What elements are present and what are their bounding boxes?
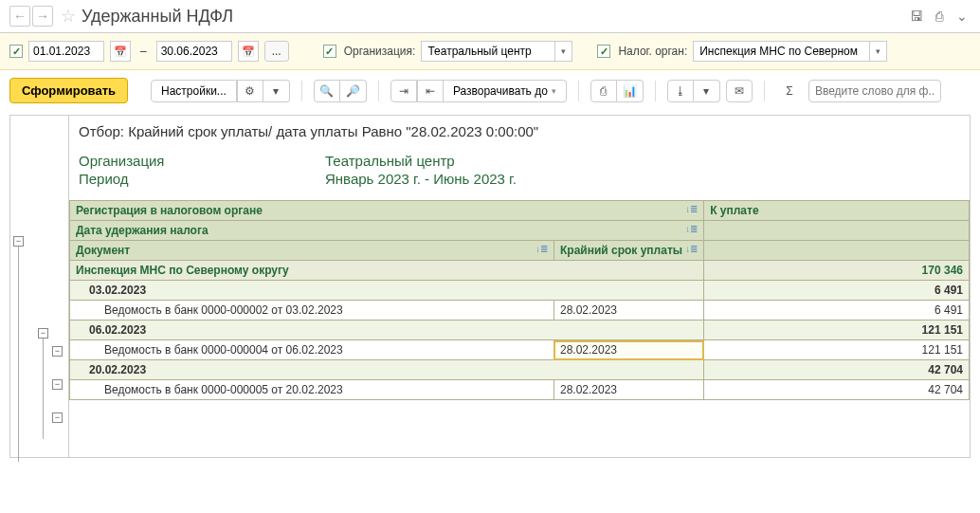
favorite-star-icon[interactable]: ☆: [61, 6, 76, 27]
date-to-picker-icon[interactable]: 📅: [238, 41, 259, 62]
doc-name-cell[interactable]: Ведомость в банк 0000-000004 от 06.02.20…: [70, 340, 554, 360]
titlebar: ← → ☆ Удержанный НДФЛ 🖫 ⎙ ⌄: [0, 0, 980, 33]
date-from-input[interactable]: [28, 41, 104, 62]
save-dropdown-icon[interactable]: ▾: [694, 80, 720, 102]
collapse-group-button[interactable]: −: [38, 328, 48, 339]
header-deadline[interactable]: Крайний срок уплаты↓≣: [554, 241, 703, 261]
table-row-date: 06.02.2023 121 151: [70, 321, 970, 340]
org-checkbox[interactable]: ✓: [323, 45, 336, 58]
sort-icon: ↓≣: [685, 224, 698, 234]
report-header: Отбор: Крайний срок уплаты/ дата уплаты …: [69, 116, 970, 200]
table-row-date: 03.02.2023 6 491: [70, 281, 970, 301]
header-document[interactable]: Документ↓≣: [70, 241, 554, 261]
org-info-value: Театральный центр: [325, 153, 455, 169]
generate-button[interactable]: Сформировать: [9, 78, 128, 103]
find-button[interactable]: 🔍: [314, 80, 340, 102]
page-title: Удержанный НДФЛ: [82, 7, 233, 27]
period-info-label: Период: [79, 171, 325, 187]
tax-checkbox[interactable]: ✓: [597, 45, 610, 58]
date-cell[interactable]: 06.02.2023: [70, 321, 704, 340]
settings-dropdown-icon[interactable]: ▾: [263, 80, 290, 102]
doc-deadline-cell-selected[interactable]: 28.02.2023: [554, 340, 703, 360]
date-to-input[interactable]: [156, 41, 232, 62]
toolbar: Сформировать Настройки... ⚙ ▾ 🔍 🔎 ⇥ ⇤ Ра…: [0, 70, 980, 111]
collapse-main-button[interactable]: −: [13, 236, 24, 247]
search-input[interactable]: [808, 80, 941, 102]
header-registration[interactable]: Регистрация в налоговом органе↓≣: [70, 201, 704, 221]
tax-label: Налог. орган:: [618, 45, 687, 58]
table-row-document: Ведомость в банк 0000-000005 от 20.02.20…: [70, 380, 970, 400]
sum-icon[interactable]: Σ: [776, 80, 803, 102]
org-input[interactable]: [422, 42, 554, 61]
filter-bar: ✓ 📅 – 📅 ... ✓ Организация: ▾ ✓ Налог. ор…: [0, 33, 980, 70]
collapse-date1-button[interactable]: −: [52, 346, 63, 357]
total-value-cell[interactable]: 170 346: [704, 261, 970, 281]
find-next-button[interactable]: 🔎: [340, 80, 367, 102]
doc-value-cell[interactable]: 42 704: [704, 380, 970, 400]
report-table: Регистрация в налоговом органе↓≣ К уплат…: [69, 200, 970, 400]
tax-input[interactable]: [694, 42, 869, 61]
doc-value-cell[interactable]: 6 491: [704, 301, 970, 321]
total-name-cell[interactable]: Инспекция МНС по Северному округу: [70, 261, 704, 281]
expand-to-button[interactable]: Разворачивать до ▾: [444, 80, 567, 102]
tree-gutter: − − − − −: [10, 116, 69, 457]
header-date-hold[interactable]: Дата удержания налога↓≣: [70, 221, 704, 241]
save-icon[interactable]: 🖫: [908, 8, 925, 25]
print-icon[interactable]: ⎙: [931, 8, 948, 25]
date-cell[interactable]: 03.02.2023: [70, 281, 704, 301]
tax-select[interactable]: ▾: [693, 41, 887, 62]
tax-dropdown-icon[interactable]: ▾: [869, 42, 886, 61]
collapse-date2-button[interactable]: −: [52, 379, 63, 390]
expand-all-icon[interactable]: ⇥: [390, 80, 417, 102]
date-value-cell[interactable]: 121 151: [704, 321, 970, 340]
nav-forward-button[interactable]: →: [32, 6, 53, 27]
table-row-document: Ведомость в банк 0000-000004 от 06.02.20…: [70, 340, 970, 360]
period-checkbox[interactable]: ✓: [9, 45, 23, 58]
settings-gear-icon[interactable]: ⚙: [237, 80, 263, 102]
date-from-picker-icon[interactable]: 📅: [110, 41, 131, 62]
sort-icon: ↓≣: [535, 244, 548, 254]
mail-button[interactable]: ✉: [726, 80, 753, 102]
sort-icon: ↓≣: [685, 204, 698, 214]
header-k-uplate[interactable]: К уплате: [704, 201, 970, 221]
doc-name-cell[interactable]: Ведомость в банк 0000-000005 от 20.02.20…: [70, 380, 554, 400]
doc-deadline-cell[interactable]: 28.02.2023: [554, 380, 703, 400]
print-button[interactable]: ⎙: [590, 80, 617, 102]
settings-button[interactable]: Настройки...: [151, 80, 237, 102]
date-value-cell[interactable]: 42 704: [704, 360, 970, 380]
collapse-date3-button[interactable]: −: [52, 412, 63, 423]
org-label: Организация:: [344, 45, 416, 58]
sort-icon: ↓≣: [685, 244, 698, 254]
doc-name-cell[interactable]: Ведомость в банк 0000-000002 от 03.02.20…: [70, 301, 554, 321]
date-dash: –: [140, 45, 147, 58]
date-value-cell[interactable]: 6 491: [704, 281, 970, 301]
more-icon[interactable]: ⌄: [953, 8, 971, 25]
collapse-all-icon[interactable]: ⇤: [417, 80, 444, 102]
period-info-value: Январь 2023 г. - Июнь 2023 г.: [325, 171, 517, 187]
org-dropdown-icon[interactable]: ▾: [554, 42, 572, 61]
header-empty2: [704, 241, 970, 261]
save-button[interactable]: ⭳: [667, 80, 694, 102]
table-row-total: Инспекция МНС по Северному округу 170 34…: [70, 261, 970, 281]
date-cell[interactable]: 20.02.2023: [70, 360, 704, 380]
table-row-document: Ведомость в банк 0000-000002 от 03.02.20…: [70, 301, 970, 321]
filter-description: Отбор: Крайний срок уплаты/ дата уплаты …: [79, 123, 960, 139]
report-area: − − − − − Отбор: Крайний срок уплаты/ да…: [9, 115, 971, 458]
header-empty: [704, 221, 970, 241]
table-row-date: 20.02.2023 42 704: [70, 360, 970, 380]
org-select[interactable]: ▾: [421, 41, 572, 62]
chart-button[interactable]: 📊: [617, 80, 644, 102]
doc-deadline-cell[interactable]: 28.02.2023: [554, 301, 703, 321]
period-dialog-button[interactable]: ...: [264, 41, 289, 62]
nav-back-button[interactable]: ←: [9, 6, 30, 27]
org-info-label: Организация: [79, 153, 325, 169]
doc-value-cell[interactable]: 121 151: [704, 340, 970, 360]
